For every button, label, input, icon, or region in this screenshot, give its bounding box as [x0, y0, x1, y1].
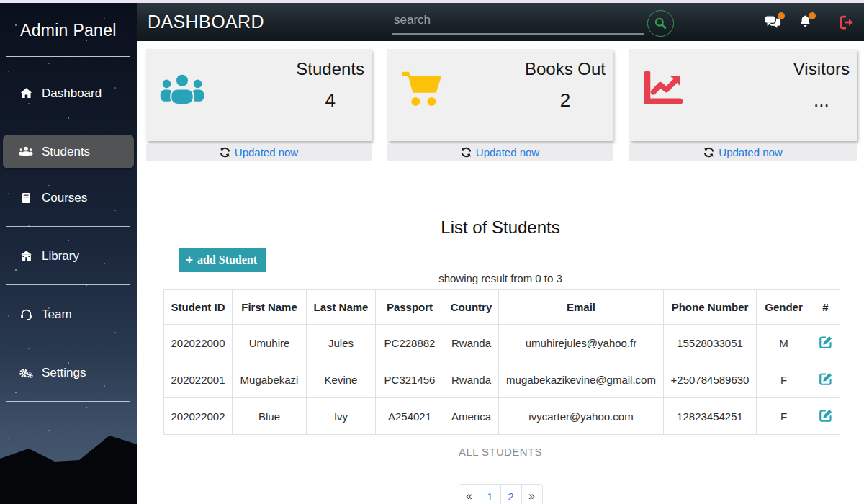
card-value: 2	[525, 89, 606, 112]
logout-icon	[840, 15, 854, 30]
topbar: DASHBOARD	[137, 3, 864, 41]
pagination-next[interactable]: »	[521, 484, 543, 504]
pagination-prev[interactable]: «	[459, 484, 480, 504]
gears-icon	[19, 367, 33, 379]
cell-country: Rwanda	[444, 325, 499, 361]
cell-gender: F	[757, 361, 811, 398]
sidebar-item-label: Students	[42, 145, 90, 159]
school-icon	[19, 250, 33, 262]
column-header: #	[811, 290, 840, 325]
pagination: « 1 2 »	[137, 484, 864, 504]
column-header: Passport	[376, 290, 444, 325]
card-title: Visitors	[793, 59, 850, 79]
cell-passport: PC321456	[376, 361, 444, 398]
stat-card-students[interactable]: Students 4	[146, 49, 372, 141]
sidebar-item-label: Settings	[42, 366, 86, 380]
stat-card-books-out[interactable]: Books Out 2	[387, 49, 613, 141]
sidebar-item-label: Dashboard	[42, 86, 102, 101]
cell-gender: M	[757, 325, 811, 361]
cell-email: ivycarter@yahoo.com	[499, 398, 664, 435]
users-icon	[159, 72, 205, 109]
column-header: First Name	[233, 290, 307, 325]
pagination-page-1[interactable]: 1	[480, 484, 501, 504]
plus-icon: +	[186, 253, 193, 267]
headset-icon	[19, 308, 33, 320]
add-student-button[interactable]: + add Student	[179, 248, 266, 272]
sidebar-item-library[interactable]: Library	[3, 239, 134, 273]
card-footer-label: Updated now	[235, 146, 298, 158]
card-footer-refresh[interactable]: Updated now	[146, 144, 372, 161]
sidebar-item-students[interactable]: Students	[3, 135, 134, 168]
cell-first-name: Blue	[233, 398, 307, 435]
all-students-label: ALL STUDENTS	[137, 446, 864, 458]
column-header: Country	[444, 290, 499, 325]
edit-row-button[interactable]	[819, 336, 832, 348]
sidebar-item-label: Team	[42, 307, 72, 322]
refresh-icon	[220, 147, 230, 158]
edit-icon	[819, 409, 832, 422]
column-header: Email	[499, 290, 664, 325]
card-value: ...	[793, 89, 850, 112]
column-header: Phone Number	[664, 290, 757, 325]
search-button[interactable]	[647, 10, 674, 37]
edit-icon	[819, 372, 832, 385]
card-footer-refresh[interactable]: Updated now	[629, 144, 857, 161]
sidebar-item-dashboard[interactable]: Dashboard	[3, 76, 134, 110]
cell-phone: 12823454251	[664, 398, 757, 435]
divider	[6, 226, 130, 227]
cell-phone: 15528033051	[664, 325, 757, 361]
sidebar: Admin Panel Dashboard Students Courses	[0, 3, 137, 504]
cart-icon	[400, 69, 444, 111]
section-title: List of Students	[137, 217, 864, 238]
page-title: DASHBOARD	[148, 12, 264, 32]
cell-student-id: 202022000	[164, 325, 233, 361]
home-icon	[19, 87, 33, 99]
divider	[6, 122, 130, 122]
refresh-icon	[461, 147, 472, 158]
sidebar-menu: Dashboard Students Courses Library	[0, 76, 137, 402]
divider	[6, 56, 130, 57]
card-title: Books Out	[525, 59, 606, 79]
add-student-label: add Student	[197, 253, 257, 266]
topbar-icons	[764, 3, 854, 41]
users-icon	[19, 146, 33, 157]
sidebar-item-settings[interactable]: Settings	[3, 356, 134, 390]
cell-last-name: Ivy	[307, 398, 376, 435]
showing-result-text: showing result from 0 to 3	[137, 272, 864, 284]
card-footer-label: Updated now	[476, 146, 539, 158]
card-footer-label: Updated now	[719, 146, 782, 158]
refresh-icon	[703, 147, 714, 158]
sidebar-item-label: Library	[42, 249, 79, 264]
logout-button[interactable]	[840, 15, 854, 30]
notifications-button[interactable]	[798, 15, 812, 30]
edit-row-button[interactable]	[819, 409, 832, 422]
cell-passport: A254021	[376, 398, 444, 435]
sidebar-item-label: Courses	[42, 191, 87, 205]
divider	[6, 343, 130, 343]
divider	[6, 284, 130, 285]
search-icon	[654, 17, 667, 30]
messages-button[interactable]	[764, 15, 781, 29]
search-input[interactable]	[392, 9, 644, 35]
card-footer-refresh[interactable]: Updated now	[387, 144, 613, 161]
cell-gender: F	[757, 398, 811, 435]
divider	[6, 401, 130, 402]
cell-first-name: Umuhire	[233, 325, 307, 361]
column-header: Gender	[757, 290, 811, 325]
stat-card-visitors[interactable]: Visitors ...	[629, 49, 857, 141]
book-icon	[19, 192, 33, 204]
sidebar-item-courses[interactable]: Courses	[3, 181, 134, 215]
cell-passport: PC228882	[376, 325, 444, 361]
cell-last-name: Jules	[307, 325, 376, 361]
cell-phone: +250784589630	[664, 361, 757, 398]
notification-badge	[778, 12, 785, 19]
brand-title: Admin Panel	[0, 3, 137, 40]
sidebar-item-team[interactable]: Team	[3, 297, 134, 331]
table-header: Student ID First Name Last Name Passport…	[164, 290, 840, 325]
notification-badge	[809, 12, 816, 19]
pagination-page-2[interactable]: 2	[500, 484, 522, 504]
edit-row-button[interactable]	[819, 372, 832, 385]
cell-email: mugabekazikevine@gmail.com	[499, 361, 664, 398]
column-header: Last Name	[307, 290, 376, 325]
chart-line-icon	[642, 71, 684, 111]
